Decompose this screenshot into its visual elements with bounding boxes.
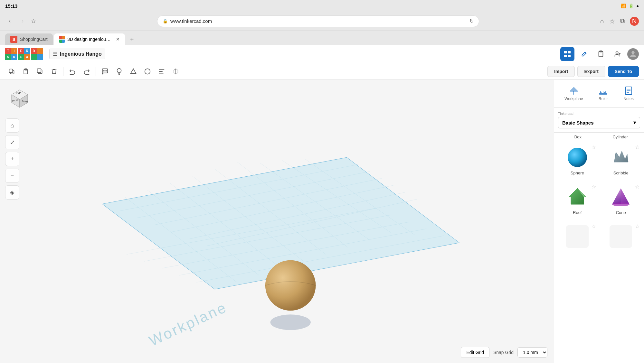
logo-grid3: D (31, 48, 43, 60)
extra2-star[interactable]: ☆ (635, 223, 639, 229)
shape-dropdown[interactable]: Basic Shapes ▾ (558, 117, 640, 128)
mirror-button[interactable] (169, 65, 182, 78)
toolbar-right: Import Export Send To (547, 66, 639, 77)
status-time: 15:13 (5, 3, 17, 9)
extra1-star[interactable]: ☆ (592, 223, 596, 229)
align-button[interactable] (155, 65, 168, 78)
tab-tinkercad[interactable]: 3D design Ingenious Hang... ✕ (54, 33, 125, 45)
import-button[interactable]: Import (547, 66, 575, 77)
hammer-button[interactable] (577, 47, 591, 61)
edit-grid-button[interactable]: Edit Grid (461, 347, 489, 358)
shape-item-cone[interactable]: ☆ (601, 182, 642, 219)
chevron-down-icon: ▾ (633, 120, 636, 126)
copy-button[interactable] (5, 65, 18, 78)
workplane-panel-button[interactable]: Workplane (561, 84, 587, 104)
shape-item-extra1[interactable]: ☆ (557, 221, 598, 252)
svg-rect-59 (599, 93, 607, 95)
forward-button[interactable]: › (18, 17, 27, 26)
header-right (560, 47, 639, 61)
box-label: Box (574, 135, 582, 139)
svg-point-18 (106, 70, 107, 71)
tinkercad-app: T I N K E R C A D ☰ Ingenious Hango (0, 45, 644, 363)
user-avatar[interactable] (627, 48, 639, 60)
roof-star[interactable]: ☆ (592, 184, 596, 190)
shape-item-scribble[interactable]: ☆ (601, 142, 642, 179)
comment-button[interactable] (99, 65, 111, 78)
mirror-icon (172, 68, 179, 75)
ruler-icon (599, 86, 608, 95)
tabs-icon[interactable]: ⧉ (620, 17, 625, 25)
shape-item-sphere[interactable]: ☆ (557, 142, 598, 179)
circle-icon (144, 68, 151, 75)
delete-button[interactable] (48, 65, 61, 78)
back-button[interactable]: ‹ (5, 17, 14, 26)
ruler-panel-button[interactable]: Ruler (595, 84, 612, 104)
snap-grid-select[interactable]: 1.0 mm 0.1 mm 0.5 mm 2.0 mm 5.0 mm (517, 347, 547, 358)
browser-chrome: 15:13 📶 🔋 ● ‹ › ☆ 🔒 www.tinkercad.com ↻ … (0, 0, 644, 45)
refresh-icon[interactable]: ↻ (469, 18, 474, 24)
bulb-icon (116, 68, 123, 75)
svg-rect-4 (599, 51, 603, 57)
logo-space2 (31, 54, 37, 60)
design-name: Ingenious Hango (60, 51, 102, 57)
url-bar[interactable]: 🔒 www.tinkercad.com ↻ (157, 15, 479, 27)
notes-icon-label: Notes (623, 97, 633, 101)
status-bar: 15:13 📶 🔋 ● (0, 0, 644, 12)
paste-icon (23, 68, 29, 75)
scribble-star[interactable]: ☆ (635, 144, 639, 150)
bulb-button[interactable] (113, 65, 126, 78)
status-icons: 📶 🔋 ● (621, 4, 639, 8)
home-browser-icon[interactable]: ⌂ (600, 17, 604, 25)
menu-icon[interactable]: N (630, 17, 639, 26)
logo-grid2: E R C A (18, 48, 30, 60)
tinkercad-logo: T I N K E R C A D (5, 48, 43, 60)
undo-button[interactable] (66, 65, 79, 78)
add-person-button[interactable] (611, 47, 625, 61)
panel-icons: Workplane Ruler (554, 80, 644, 108)
workplane-text: Workplane (147, 299, 230, 349)
url-text: www.tinkercad.com (170, 18, 212, 24)
tinkercad-favicon (59, 36, 65, 43)
svg-marker-56 (570, 87, 578, 91)
bookmark-icon[interactable]: ☆ (31, 18, 36, 25)
redo-button[interactable] (80, 65, 93, 78)
logo-e: E (18, 48, 24, 54)
logo-space3 (37, 54, 43, 60)
shape-item-extra2[interactable]: ☆ (601, 221, 642, 252)
logo-r: R (24, 48, 30, 54)
sphere-visual (566, 146, 589, 169)
shape-item-roof[interactable]: ☆ (557, 182, 598, 219)
send-to-button[interactable]: Send To (608, 66, 639, 77)
lock-icon: 🔒 (163, 19, 168, 23)
sphere-star[interactable]: ☆ (592, 144, 596, 150)
circle-tool-button[interactable] (141, 65, 154, 78)
duplicate-button[interactable] (33, 65, 46, 78)
design-name-button[interactable]: ☰ Ingenious Hango (49, 49, 105, 59)
scribble-name: Scribble (613, 171, 629, 175)
star-browser-icon[interactable]: ☆ (609, 17, 615, 25)
logo-n: N (5, 54, 11, 60)
main-toolbar: Import Export Send To (0, 63, 644, 80)
toolbar-separator-2 (96, 67, 96, 76)
partial-shapes-row: Box Cylinder (554, 133, 644, 140)
delete-icon (51, 68, 57, 75)
notes-panel-button[interactable]: Notes (620, 84, 637, 104)
paste-button[interactable] (19, 65, 32, 78)
browser-actions: ⌂ ☆ ⧉ N (600, 17, 639, 26)
clipboard-button[interactable] (594, 47, 608, 61)
new-tab-button[interactable]: + (126, 33, 138, 45)
canvas-area[interactable]: TOP FRONT RIGHT ⌂ ⤢ + − ◈ (0, 80, 554, 363)
tab-close-button[interactable]: ✕ (116, 37, 120, 42)
shape-btn[interactable] (127, 65, 140, 78)
tab-shopping-cart[interactable]: S ShoppingCart (5, 33, 53, 45)
logo-c: C (18, 54, 24, 60)
tabs-bar: S ShoppingCart 3D design Ingenious Hang.… (0, 31, 644, 45)
logo-grid: T I N K (5, 48, 17, 60)
sphere-object[interactable] (265, 260, 316, 311)
shapes-row-1: ☆ (557, 142, 641, 179)
cone-star[interactable]: ☆ (635, 184, 639, 190)
sphere-name: Sphere (571, 171, 584, 175)
grid-view-button[interactable] (560, 47, 574, 61)
export-button[interactable]: Export (577, 66, 605, 77)
svg-rect-1 (568, 51, 571, 53)
